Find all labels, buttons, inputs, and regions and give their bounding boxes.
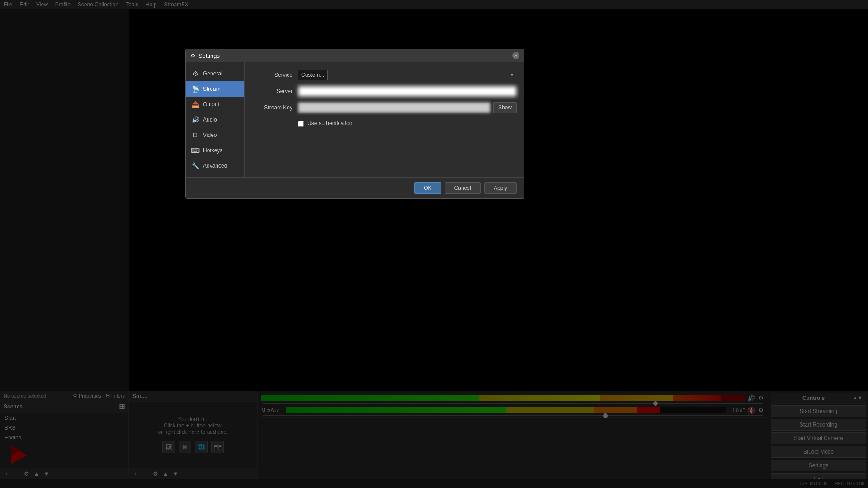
server-row: Server	[252, 86, 517, 97]
ok-button[interactable]: OK	[414, 182, 441, 194]
nav-output-label: Output	[203, 101, 219, 108]
stream-key-row: Stream Key Show	[252, 102, 517, 113]
nav-advanced[interactable]: 🔧 Advanced	[186, 158, 244, 174]
modal-titlebar: ⚙ Settings ✕	[186, 49, 524, 62]
advanced-icon: 🔧	[191, 162, 199, 170]
nav-audio[interactable]: 🔊 Audio	[186, 112, 244, 127]
service-row: Service Custom...	[252, 70, 517, 80]
nav-hotkeys-label: Hotkeys	[203, 147, 222, 154]
modal-body: ⚙ General 📡 Stream 📤 Output 🔊 Audio 🖥	[186, 62, 524, 177]
nav-advanced-label: Advanced	[203, 163, 227, 169]
nav-stream[interactable]: 📡 Stream	[186, 81, 244, 97]
modal-sidebar: ⚙ General 📡 Stream 📤 Output 🔊 Audio 🖥	[186, 62, 245, 177]
service-select[interactable]: Custom...	[298, 70, 328, 80]
settings-title-text: Settings	[198, 52, 220, 59]
nav-stream-label: Stream	[203, 86, 221, 92]
nav-general[interactable]: ⚙ General	[186, 66, 244, 81]
output-icon: 📤	[191, 100, 199, 108]
audio-nav-icon: 🔊	[191, 116, 199, 124]
service-select-wrapper: Custom...	[298, 70, 517, 80]
stream-key-input[interactable]	[298, 102, 491, 113]
modal-content: Service Custom... Server Stream Key Show	[245, 62, 524, 177]
nav-hotkeys[interactable]: ⌨ Hotkeys	[186, 143, 244, 158]
use-auth-row: Use authentication	[298, 120, 517, 127]
general-icon: ⚙	[191, 70, 199, 78]
apply-button[interactable]: Apply	[484, 182, 517, 194]
modal-title: ⚙ Settings	[190, 52, 220, 59]
nav-video-label: Video	[203, 132, 217, 138]
stream-key-wrapper: Show	[298, 102, 517, 113]
service-label: Service	[252, 72, 292, 78]
nav-audio-label: Audio	[203, 117, 217, 123]
nav-general-label: General	[203, 70, 222, 77]
hotkeys-icon: ⌨	[191, 146, 199, 155]
server-label: Server	[252, 88, 292, 94]
modal-footer: OK Cancel Apply	[186, 177, 524, 198]
settings-icon: ⚙	[190, 52, 196, 59]
stream-key-label: Stream Key	[252, 104, 292, 111]
use-auth-checkbox[interactable]	[298, 121, 304, 127]
cancel-button[interactable]: Cancel	[445, 182, 481, 194]
stream-icon: 📡	[191, 85, 199, 93]
nav-video[interactable]: 🖥 Video	[186, 127, 244, 143]
modal-close-button[interactable]: ✕	[512, 52, 519, 59]
video-nav-icon: 🖥	[191, 131, 199, 139]
server-input[interactable]	[298, 86, 517, 97]
nav-output[interactable]: 📤 Output	[186, 97, 244, 112]
show-stream-key-button[interactable]: Show	[493, 102, 517, 113]
settings-modal: ⚙ Settings ✕ ⚙ General 📡 Stream 📤	[185, 49, 524, 199]
close-icon: ✕	[514, 53, 518, 58]
modal-overlay: ⚙ Settings ✕ ⚙ General 📡 Stream 📤	[0, 0, 868, 488]
use-auth-label: Use authentication	[307, 120, 352, 127]
